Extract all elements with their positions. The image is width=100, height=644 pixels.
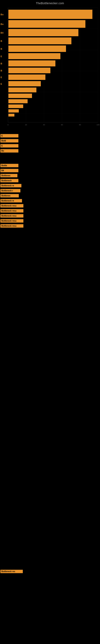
svg-text:B4: B4 bbox=[0, 32, 3, 34]
svg-text:B: B bbox=[0, 62, 2, 65]
bn-badge-7: Bottle bbox=[0, 164, 18, 167]
svg-rect-34 bbox=[8, 94, 32, 98]
svg-text:E: E bbox=[0, 83, 2, 85]
svg-rect-13 bbox=[8, 10, 92, 19]
bn-row-16: Bottleneck resu bbox=[0, 209, 100, 212]
svg-text:Bo: Bo bbox=[0, 13, 3, 16]
svg-rect-31 bbox=[8, 81, 41, 86]
svg-text:60: 60 bbox=[61, 124, 63, 126]
svg-text:B: B bbox=[0, 40, 2, 42]
bn-row-7: Bottle bbox=[0, 164, 100, 167]
bn-row-10: Bottleneck bbox=[0, 179, 100, 182]
bn-row-15: Bottleneck resu bbox=[0, 204, 100, 208]
svg-rect-27 bbox=[8, 68, 50, 73]
bn-row-20: Bottleneck res bbox=[0, 570, 100, 573]
bn-badge-2: Bottl bbox=[0, 139, 18, 142]
bn-badge-17: Bottleneck resu bbox=[0, 214, 23, 218]
bn-row-12: Bottleneck r bbox=[0, 189, 100, 192]
bn-row-3: E bbox=[0, 144, 100, 148]
svg-rect-21 bbox=[8, 46, 66, 52]
bn-row-18: Bottleneck resu bbox=[0, 219, 100, 222]
bn-row-14: Bottleneck re bbox=[0, 199, 100, 202]
svg-rect-15 bbox=[8, 20, 85, 28]
bn-badge-4: Bo bbox=[0, 149, 18, 152]
svg-rect-29 bbox=[8, 74, 46, 80]
svg-rect-17 bbox=[8, 29, 78, 36]
bn-badge-9: Bottlenec bbox=[0, 174, 17, 177]
bn-row-1: E bbox=[0, 134, 100, 138]
site-title: TheBottlenecker.com bbox=[0, 0, 100, 6]
svg-rect-23 bbox=[8, 53, 60, 59]
bn-badge-19: Bottleneck resu bbox=[0, 224, 23, 228]
bn-badge-13: Bottlenec bbox=[0, 194, 19, 198]
bn-row-8: B4 bbox=[0, 169, 100, 172]
bn-badge-20: Bottleneck res bbox=[0, 570, 23, 573]
svg-text:80: 80 bbox=[79, 124, 81, 126]
svg-text:E: E bbox=[0, 76, 2, 78]
svg-rect-35 bbox=[8, 99, 28, 103]
svg-rect-19 bbox=[8, 38, 71, 44]
bn-badge-18: Bottleneck resu bbox=[0, 219, 23, 222]
bn-badge-3: E bbox=[0, 144, 18, 148]
bn-badge-15: Bottleneck resu bbox=[0, 204, 23, 208]
svg-text:20: 20 bbox=[25, 124, 27, 126]
bn-badge-12: Bottleneck r bbox=[0, 189, 20, 192]
svg-rect-33 bbox=[8, 88, 36, 92]
bn-row-19: Bottleneck resu bbox=[0, 224, 100, 228]
svg-text:0: 0 bbox=[7, 124, 8, 126]
bn-row-2: Bottl bbox=[0, 139, 100, 142]
svg-text:40: 40 bbox=[43, 124, 45, 126]
svg-text:B: B bbox=[0, 48, 2, 50]
svg-rect-37 bbox=[8, 109, 19, 112]
bn-badge-14: Bottleneck re bbox=[0, 199, 22, 202]
bn-badge-16: Bottleneck resu bbox=[0, 209, 23, 212]
svg-rect-36 bbox=[8, 104, 23, 108]
bn-row-17: Bottleneck resu bbox=[0, 214, 100, 218]
bn-badge-1: E bbox=[0, 134, 18, 138]
bn-row-9: Bottlenec bbox=[0, 174, 100, 177]
bn-row-11: Bottleneck re bbox=[0, 184, 100, 187]
svg-rect-38 bbox=[8, 114, 14, 116]
bottleneck-results-section: E Bottl E Bo Bottle B4 Bottlenec Bottlen… bbox=[0, 130, 100, 577]
chart-area: Bo Bo B4 B B E B B E E bbox=[0, 6, 100, 130]
bn-badge-10: Bottleneck bbox=[0, 179, 18, 182]
bn-badge-11: Bottleneck re bbox=[0, 184, 21, 187]
svg-text:E: E bbox=[0, 55, 2, 58]
bn-row-13: Bottlenec bbox=[0, 194, 100, 198]
chart-svg: Bo Bo B4 B B E B B E E bbox=[0, 6, 100, 130]
svg-text:Bo: Bo bbox=[0, 23, 3, 25]
svg-rect-25 bbox=[8, 60, 55, 66]
svg-text:B: B bbox=[0, 70, 2, 72]
svg-text:100: 100 bbox=[97, 124, 100, 126]
bn-row-4: Bo bbox=[0, 149, 100, 152]
bn-badge-8: B4 bbox=[0, 169, 18, 172]
